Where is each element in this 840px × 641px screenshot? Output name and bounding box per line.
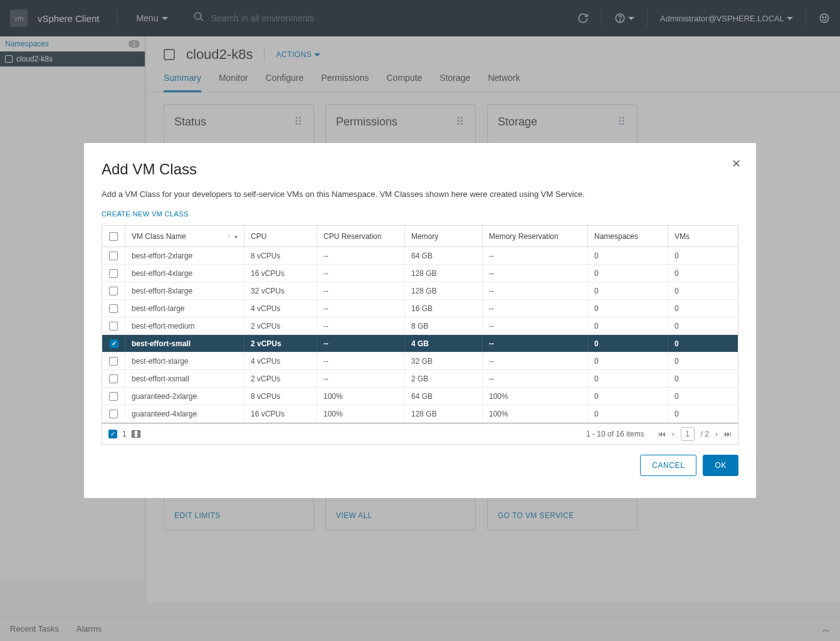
cell-name: guaranteed-2xlarge — [125, 388, 244, 405]
ok-button[interactable]: OK — [703, 455, 738, 476]
modal-description: Add a VM Class for your developers to se… — [102, 189, 738, 199]
cell-cpu: 4 vCPUs — [244, 300, 317, 317]
cell-namespaces: 0 — [587, 282, 668, 299]
row-checkbox[interactable] — [102, 352, 125, 369]
cell-name: best-effort-medium — [125, 317, 244, 334]
row-checkbox[interactable] — [102, 405, 125, 422]
table-row[interactable]: best-effort-2xlarge8 vCPUs--64 GB--00 — [102, 247, 738, 265]
cell-cpu-reservation: -- — [317, 282, 404, 299]
row-checkbox[interactable] — [102, 265, 125, 282]
cell-namespaces: 0 — [587, 335, 668, 352]
cell-namespaces: 0 — [587, 405, 668, 422]
create-new-vm-class-link[interactable]: CREATE NEW VM CLASS — [102, 210, 738, 218]
sort-asc-icon[interactable] — [228, 232, 231, 241]
row-checkbox[interactable] — [102, 370, 125, 387]
table-row[interactable]: best-effort-small2 vCPUs--4 GB--00 — [102, 335, 738, 352]
cell-memory-reservation: -- — [482, 247, 587, 264]
cell-cpu-reservation: 100% — [317, 388, 404, 405]
page-next-icon[interactable]: › — [715, 430, 718, 438]
cell-cpu-reservation: -- — [317, 317, 404, 334]
page-last-icon[interactable]: ⏭ — [724, 430, 732, 438]
cell-namespaces: 0 — [587, 317, 668, 334]
page-first-icon[interactable]: ⏮ — [658, 430, 666, 438]
cell-cpu-reservation: 100% — [317, 405, 404, 422]
col-cpu[interactable]: CPU — [244, 226, 317, 246]
cell-memory: 64 GB — [404, 388, 482, 405]
modal-overlay: ✕ Add VM Class Add a VM Class for your d… — [0, 0, 840, 641]
cell-memory: 4 GB — [404, 335, 482, 352]
cell-name: best-effort-2xlarge — [125, 247, 244, 264]
col-namespaces[interactable]: Namespaces — [587, 226, 668, 246]
pagination-controls: ⏮ ‹ 1 / 2 › ⏭ — [658, 427, 732, 441]
cell-memory-reservation: -- — [482, 370, 587, 387]
cell-name: best-effort-small — [125, 335, 244, 352]
modal-title: Add VM Class — [102, 161, 738, 178]
columns-icon[interactable] — [132, 430, 140, 438]
table-body: best-effort-2xlarge8 vCPUs--64 GB--00bes… — [102, 247, 738, 423]
cell-vms: 0 — [668, 265, 730, 282]
select-all-checkbox[interactable] — [102, 226, 125, 246]
cell-cpu: 2 vCPUs — [244, 335, 317, 352]
filter-icon[interactable] — [234, 232, 238, 241]
cell-vms: 0 — [668, 282, 730, 299]
cell-vms: 0 — [668, 388, 730, 405]
row-checkbox[interactable] — [102, 300, 125, 317]
cell-memory-reservation: -- — [482, 335, 587, 352]
page-current[interactable]: 1 — [681, 427, 695, 441]
col-memory[interactable]: Memory — [404, 226, 482, 246]
cell-cpu-reservation: -- — [317, 370, 404, 387]
cell-vms: 0 — [668, 405, 730, 422]
cancel-button[interactable]: CANCEL — [640, 455, 696, 476]
close-icon[interactable]: ✕ — [732, 157, 741, 171]
cell-vms: 0 — [668, 300, 730, 317]
table-row[interactable]: best-effort-large4 vCPUs--16 GB--00 — [102, 300, 738, 317]
cell-cpu-reservation: -- — [317, 352, 404, 369]
page-prev-icon[interactable]: ‹ — [672, 430, 675, 438]
cell-cpu: 2 vCPUs — [244, 317, 317, 334]
table-header: VM Class Name CPU CPU Reservation Memory… — [102, 226, 738, 247]
col-name[interactable]: VM Class Name — [125, 226, 244, 246]
cell-cpu-reservation: -- — [317, 247, 404, 264]
row-checkbox[interactable] — [102, 388, 125, 405]
cell-vms: 0 — [668, 335, 730, 352]
table-row[interactable]: best-effort-medium2 vCPUs--8 GB--00 — [102, 317, 738, 335]
table-row[interactable]: best-effort-xlarge4 vCPUs--32 GB--00 — [102, 352, 738, 370]
cell-cpu: 2 vCPUs — [244, 370, 317, 387]
cell-cpu: 8 vCPUs — [244, 388, 317, 405]
cell-cpu: 32 vCPUs — [244, 282, 317, 299]
row-checkbox[interactable] — [102, 282, 125, 299]
cell-namespaces: 0 — [587, 352, 668, 369]
table-row[interactable]: best-effort-8xlarge32 vCPUs--128 GB--00 — [102, 282, 738, 300]
cell-namespaces: 0 — [587, 370, 668, 387]
cell-memory-reservation: -- — [482, 282, 587, 299]
cell-memory-reservation: 100% — [482, 388, 587, 405]
selected-count: 1 — [122, 430, 127, 438]
cell-name: guaranteed-4xlarge — [125, 405, 244, 422]
cell-name: best-effort-xsmall — [125, 370, 244, 387]
table-row[interactable]: best-effort-xsmall2 vCPUs--2 GB--00 — [102, 370, 738, 388]
col-cpu-reservation[interactable]: CPU Reservation — [317, 226, 404, 246]
selected-indicator-checkbox[interactable] — [108, 430, 117, 438]
cell-name: best-effort-xlarge — [125, 352, 244, 369]
page-sep: / 2 — [701, 430, 709, 438]
cell-cpu-reservation: -- — [317, 265, 404, 282]
cell-memory: 128 GB — [404, 265, 482, 282]
cell-cpu-reservation: -- — [317, 335, 404, 352]
table-row[interactable]: guaranteed-2xlarge8 vCPUs100%64 GB100%00 — [102, 388, 738, 405]
table-row[interactable]: guaranteed-4xlarge16 vCPUs100%128 GB100%… — [102, 405, 738, 423]
cell-memory-reservation: -- — [482, 300, 587, 317]
row-checkbox[interactable] — [102, 317, 125, 334]
cell-memory: 2 GB — [404, 370, 482, 387]
cell-memory: 8 GB — [404, 317, 482, 334]
col-memory-reservation[interactable]: Memory Reservation — [482, 226, 587, 246]
cell-memory-reservation: -- — [482, 352, 587, 369]
cell-name: best-effort-4xlarge — [125, 265, 244, 282]
row-checkbox[interactable] — [102, 335, 125, 352]
cell-vms: 0 — [668, 317, 730, 334]
table-row[interactable]: best-effort-4xlarge16 vCPUs--128 GB--00 — [102, 265, 738, 282]
cell-vms: 0 — [668, 352, 730, 369]
col-vms[interactable]: VMs — [668, 226, 730, 246]
row-checkbox[interactable] — [102, 247, 125, 264]
cell-memory: 128 GB — [404, 405, 482, 422]
vm-class-table: VM Class Name CPU CPU Reservation Memory… — [102, 225, 738, 445]
